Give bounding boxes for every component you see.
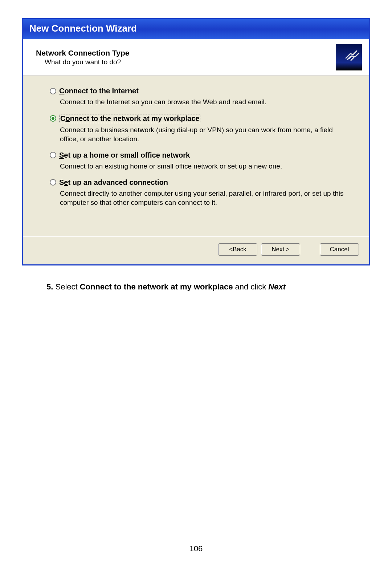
radio-icon[interactable] (50, 179, 56, 186)
header-title: Network Connection Type (36, 49, 336, 57)
wizard-footer: < Back Next > Cancel (23, 236, 369, 264)
wizard-header: Network Connection Type What do you want… (23, 39, 369, 76)
option-advanced-connection[interactable]: Set up an advanced connection Connect di… (50, 178, 355, 207)
page-number: 106 (0, 544, 392, 553)
next-button[interactable]: Next > (261, 243, 300, 256)
option-description: Connect to an existing home or small off… (60, 162, 350, 171)
option-description: Connect to the Internet so you can brows… (60, 97, 350, 107)
cancel-button[interactable]: Cancel (320, 243, 359, 256)
option-label: Set up a home or small office network (59, 151, 190, 159)
option-label: Connect to the network at my workplace (59, 114, 200, 123)
instruction-step-5: 5. Select Connect to the network at my w… (46, 282, 370, 292)
option-connect-internet[interactable]: Connect to the Internet Connect to the I… (50, 87, 355, 107)
radio-icon[interactable] (50, 88, 56, 94)
back-button[interactable]: < Back (218, 243, 257, 256)
radio-icon[interactable] (50, 152, 56, 158)
window-title: New Connection Wizard (29, 23, 137, 34)
option-connect-workplace[interactable]: Connect to the network at my workplace C… (50, 114, 355, 144)
option-description: Connect to a business network (using dia… (60, 125, 350, 144)
option-label: Set up an advanced connection (59, 178, 168, 187)
option-description: Connect directly to another computer usi… (60, 189, 350, 207)
option-label: Connect to the Internet (59, 87, 139, 95)
window-titlebar: New Connection Wizard (23, 19, 369, 39)
handshake-icon (336, 44, 362, 70)
option-setup-home-office[interactable]: Set up a home or small office network Co… (50, 151, 355, 171)
radio-icon[interactable] (50, 115, 56, 122)
new-connection-wizard: New Connection Wizard Network Connection… (22, 18, 370, 265)
wizard-body: Connect to the Internet Connect to the I… (23, 76, 369, 236)
header-subtitle: What do you want to do? (45, 58, 336, 66)
